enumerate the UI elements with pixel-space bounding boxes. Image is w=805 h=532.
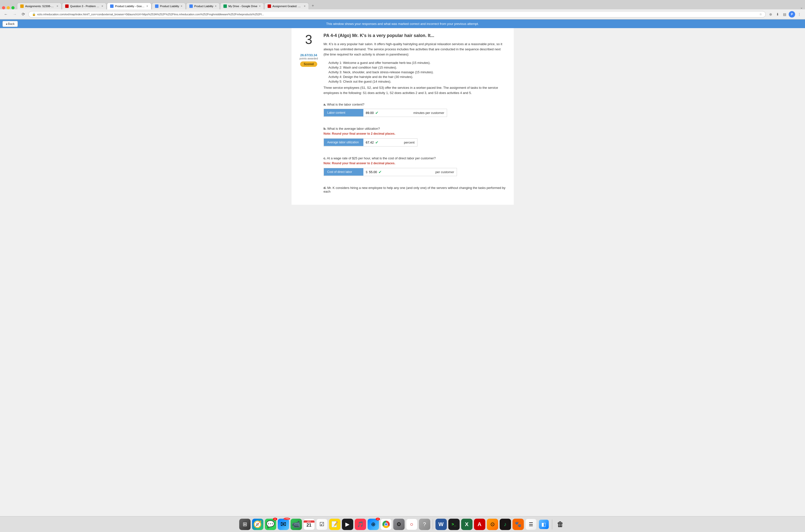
activity-1: Activity 1: Welcome a guest and offer ho…	[329, 61, 506, 64]
address-text: ezto.mheducation.com/ext/map/index.html?…	[37, 13, 758, 16]
tab-label-question3: Question 3 - Problem S...	[70, 5, 100, 8]
part-a-value-text: 89.00	[366, 111, 374, 115]
activity-4: Activity 4: Design the hairstyle and do …	[329, 75, 506, 79]
tab-favicon-ag	[268, 4, 271, 8]
tab-label-ag: Assignment Graded: Pr...	[273, 5, 303, 8]
address-bar[interactable]: 🔒 ezto.mheducation.com/ext/map/index.htm…	[29, 11, 766, 18]
download-button[interactable]: ⬇	[775, 11, 781, 18]
info-banner-wrapper: ◂ Back This window shows your responses …	[0, 19, 805, 28]
part-a-answer-row: Labor content 89.00 ✔ minutes per custom…	[324, 109, 447, 117]
part-a-answer-value[interactable]: 89.00 ✔	[363, 109, 411, 117]
tab-close-ag[interactable]: ×	[304, 4, 306, 8]
tab-product-liability-google[interactable]: Product Liability - Goog... ×	[107, 3, 151, 10]
part-a-answer-unit: minutes per customer	[411, 110, 447, 116]
activity-5: Activity 5: Check out the guest (14 minu…	[329, 80, 506, 83]
tab-google-drive[interactable]: My Drive - Google Drive ×	[220, 3, 264, 10]
extensions-button[interactable]: ⊕	[768, 11, 774, 18]
part-c-answer-value[interactable]: $ 55.00 ✔	[363, 168, 433, 176]
forward-button[interactable]: →	[11, 11, 18, 18]
tab-bar: Assignments: S2308-M... × Question 3 - P…	[0, 0, 805, 10]
back-button[interactable]: ←	[2, 11, 10, 18]
part-c-dollar-sign: $	[366, 170, 368, 174]
tab-favicon-question3	[65, 4, 69, 8]
bookmark-icon[interactable]: ☆	[759, 13, 762, 16]
question-sidebar: 3 26.67/33.34 points awarded Scored	[299, 33, 319, 195]
activity-2: Activity 2: Wash and condition hair (15 …	[329, 65, 506, 69]
tab-label-gdrive: My Drive - Google Drive	[228, 5, 257, 8]
part-c-answer-unit: per customer	[433, 169, 457, 175]
activity-3: Activity 3: Neck, shoulder, and back str…	[329, 70, 506, 74]
question-number: 3	[299, 33, 319, 46]
part-a-check-icon: ✔	[375, 111, 379, 115]
part-c-section: c. At a wage rate of $25 per hour, what …	[324, 156, 506, 176]
question-container: 3 26.67/33.34 points awarded Scored PA 4…	[299, 33, 506, 195]
part-c-note: Note: Round your final answer to 2 decim…	[324, 162, 506, 165]
part-b-value-text: 67.42	[366, 140, 374, 144]
tab-product-liability-2[interactable]: Product Liability ×	[186, 3, 220, 10]
reload-button[interactable]: ⟳	[20, 11, 26, 18]
part-b-note: Note: Round your final answer to 2 decim…	[324, 132, 506, 135]
part-b-answer-row: Average labor utilization 67.42 ✔ percen…	[324, 138, 417, 147]
tab-favicon-pl-google	[110, 4, 113, 8]
part-c-label: c. At a wage rate of $25 per hour, what …	[324, 156, 506, 160]
tab-close-pl-google[interactable]: ×	[146, 4, 148, 8]
part-c-check-icon: ✔	[379, 170, 382, 174]
maximize-window-btn[interactable]	[11, 6, 15, 10]
banner-message: This window shows your responses and wha…	[326, 22, 479, 26]
part-c-value-text: 55.00	[369, 170, 377, 174]
tab-close-pl1[interactable]: ×	[181, 4, 182, 8]
sidebar-button[interactable]: ▤	[782, 11, 788, 18]
question-title: PA 4-4 (Algo) Mr. K's is a very popular …	[324, 33, 506, 38]
tab-label-pl2: Product Liability	[194, 5, 214, 8]
part-a-section: a. What is the labor content? Labor cont…	[324, 102, 506, 117]
profile-button[interactable]: P	[789, 11, 795, 18]
tab-overview-button[interactable]: ⌄	[800, 5, 803, 10]
back-button-banner[interactable]: ◂ Back	[2, 21, 18, 27]
part-a-label: a. What is the labor content?	[324, 102, 506, 106]
tab-assignment-graded[interactable]: Assignment Graded: Pr... ×	[264, 3, 309, 10]
tab-close-gdrive[interactable]: ×	[259, 4, 261, 8]
nav-bar: ← → ⟳ 🔒 ezto.mheducation.com/ext/map/ind…	[0, 10, 805, 19]
close-window-btn[interactable]	[2, 6, 5, 10]
scored-badge: Scored	[300, 61, 317, 67]
tab-close-pl2[interactable]: ×	[215, 4, 217, 8]
part-b-answer-unit: percent	[401, 139, 417, 146]
points-label: points awarded	[299, 57, 319, 60]
info-banner: ◂ Back This window shows your responses …	[0, 19, 805, 28]
part-a-answer-label: Labor content	[324, 109, 363, 116]
tab-label-pl-google: Product Liability - Goog...	[115, 5, 145, 8]
part-b-answer-label: Average labor utilization	[324, 139, 363, 146]
part-c-answer-row: Cost of direct labor $ 55.00 ✔ per custo…	[324, 168, 457, 176]
content-wrapper: 3 26.67/33.34 points awarded Scored PA 4…	[0, 28, 805, 225]
question-body: PA 4-4 (Algo) Mr. K's is a very popular …	[324, 33, 506, 195]
part-b-answer-value[interactable]: 67.42 ✔	[363, 139, 402, 146]
tab-product-liability-1[interactable]: Product Liability ×	[152, 3, 186, 10]
nav-icons: ⊕ ⬇ ▤ P ⋮	[768, 11, 803, 18]
tab-label-pl1: Product Liability	[160, 5, 179, 8]
tab-favicon-assignments	[20, 4, 24, 8]
tab-favicon-pl1	[155, 4, 159, 8]
tab-assignments[interactable]: Assignments: S2308-M... ×	[17, 3, 61, 10]
tab-question3[interactable]: Question 3 - Problem S... ×	[62, 3, 106, 10]
part-b-section: b. What is the average labor utilization…	[324, 127, 506, 147]
activities-list: Activity 1: Welcome a guest and offer ho…	[329, 61, 506, 83]
part-c-answer-label: Cost of direct labor	[324, 168, 363, 176]
part-b-check-icon: ✔	[375, 140, 379, 145]
problem-description-1: Mr. K's is a very popular hair salon. It…	[324, 42, 506, 57]
tab-close-assignments[interactable]: ×	[57, 4, 58, 8]
part-d-section: d. Mr. K considers hiring a new employee…	[324, 186, 506, 193]
tab-close-question3[interactable]: ×	[102, 4, 103, 8]
problem-description-2: Three service employees (S1, S2, and S3)…	[324, 86, 506, 96]
main-content: 3 26.67/33.34 points awarded Scored PA 4…	[292, 28, 514, 205]
tab-favicon-gdrive	[223, 4, 227, 8]
points-awarded: 26.67/33.34	[299, 53, 319, 57]
minimize-window-btn[interactable]	[7, 6, 10, 10]
sidebar-info: 26.67/33.34 points awarded Scored	[299, 53, 319, 67]
lock-icon: 🔒	[32, 13, 36, 16]
part-b-label: b. What is the average labor utilization…	[324, 127, 506, 131]
part-d-label: d. Mr. K considers hiring a new employee…	[324, 186, 506, 193]
menu-button[interactable]: ⋮	[796, 11, 803, 18]
new-tab-button[interactable]: +	[309, 2, 316, 10]
browser-chrome: Assignments: S2308-M... × Question 3 - P…	[0, 0, 805, 19]
tab-label-assignments: Assignments: S2308-M...	[25, 5, 55, 8]
